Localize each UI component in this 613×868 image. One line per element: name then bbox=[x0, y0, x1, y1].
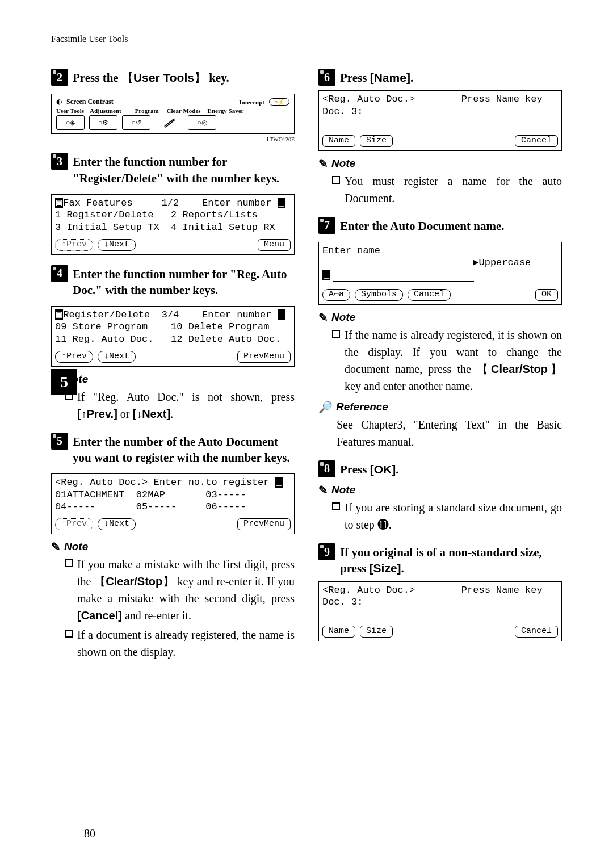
header-title: Facsimile User Tools bbox=[51, 34, 128, 44]
panel-usertools: User Tools bbox=[56, 107, 84, 114]
step-number-9: 9 bbox=[318, 543, 335, 560]
step-number-5: 5 bbox=[51, 433, 68, 450]
step-number-7: 7 bbox=[318, 217, 335, 234]
softkey-next: ↓Next bbox=[132, 408, 170, 420]
lcd7-cursor: _ bbox=[322, 270, 330, 280]
note-heading: Note bbox=[331, 157, 355, 170]
step-2: 2 Press the User Tools key. ◐ Screen Con… bbox=[51, 69, 295, 142]
note-heading: Note bbox=[331, 311, 355, 324]
cancel-softkey: Cancel bbox=[77, 609, 122, 622]
lcd4-next-button[interactable]: ↓Next bbox=[98, 351, 136, 363]
ok-softkey: OK bbox=[370, 463, 396, 476]
user-tools-key: User Tools bbox=[121, 71, 206, 84]
step-number-6: 6 bbox=[318, 69, 335, 86]
bullet-icon bbox=[65, 559, 73, 567]
note7-tail: key and enter another name. bbox=[345, 380, 473, 392]
panel-footer: LTWO120E bbox=[51, 136, 295, 142]
lcd6-l2: Doc. 3: bbox=[322, 106, 558, 118]
lcd7-symbols-button[interactable]: Symbols bbox=[355, 289, 403, 301]
lcd5-title: <Reg. Auto Doc.> Enter no.to register bbox=[55, 477, 269, 488]
step-3: 3 Enter the function number for "Registe… bbox=[51, 153, 295, 254]
panel-clearmodes: Clear Modes bbox=[167, 107, 201, 114]
clear-stop-key: Clear/Stop bbox=[94, 575, 174, 588]
lcd4-prev-button[interactable]: ↑Prev bbox=[55, 351, 93, 363]
name-softkey: Name bbox=[370, 71, 410, 84]
step-5: 5 Enter the number of the Auto Document … bbox=[51, 433, 295, 660]
step-number-4: 4 bbox=[51, 265, 68, 282]
note-heading: Note bbox=[331, 484, 355, 496]
svg-line-0 bbox=[165, 119, 174, 127]
softkey-prev: ↑Prev. bbox=[77, 408, 117, 420]
step8-a: Press bbox=[340, 463, 370, 476]
step-8: 8 Press OK. ✎Note If you are storing a s… bbox=[318, 460, 562, 533]
panel-btn-2: ○⚙ bbox=[89, 115, 117, 130]
bullet-icon bbox=[65, 392, 73, 400]
panel-adjustment: Adjustment bbox=[90, 107, 121, 114]
panel-program: Program bbox=[135, 107, 159, 114]
page-header: Facsimile User Tools bbox=[51, 34, 562, 48]
step-7: 7 Enter the Auto Document name. Enter na… bbox=[318, 217, 562, 450]
lcd7-cancel-button[interactable]: Cancel bbox=[408, 289, 451, 301]
step-number-8: 8 bbox=[318, 460, 335, 477]
lcd5-prevmenu-button[interactable]: PrevMenu bbox=[237, 518, 291, 530]
lcd5-l2: 04----- 05----- 06----- bbox=[55, 501, 291, 513]
reference-text: See Chapter3, "Entering Text" in the Bas… bbox=[337, 416, 562, 450]
step4-text: Enter the function number for "Reg. Auto… bbox=[73, 265, 295, 299]
lcd6-name-button[interactable]: Name bbox=[322, 135, 355, 147]
lcd3-l1: 1 Register/Delete 2 Reports/Lists bbox=[55, 209, 291, 221]
note-icon: ✎ bbox=[318, 157, 328, 170]
note-icon: ✎ bbox=[51, 540, 61, 553]
lcd4-prevmenu-button[interactable]: PrevMenu bbox=[237, 351, 291, 363]
note-heading: Note bbox=[64, 540, 88, 553]
lcd6-cancel-button[interactable]: Cancel bbox=[515, 135, 558, 147]
lcd7-l1: Enter name bbox=[322, 245, 558, 257]
bullet-icon bbox=[332, 502, 340, 510]
panel-btn-5: ○◎ bbox=[188, 115, 216, 130]
lcd5-next-button[interactable]: ↓Next bbox=[98, 518, 136, 530]
step5-text: Enter the number of the Auto Document yo… bbox=[73, 433, 295, 466]
panel-btn-1: ○◈ bbox=[56, 115, 85, 130]
note4-mid: or bbox=[117, 408, 133, 420]
step6-b: . bbox=[410, 71, 413, 85]
interrupt-icon: ○⚡ bbox=[269, 98, 289, 106]
page-number: 80 bbox=[84, 827, 95, 840]
step9-b: . bbox=[401, 561, 404, 575]
panel-energysaver: Energy Saver bbox=[208, 107, 244, 114]
lcd9-size-button[interactable]: Size bbox=[360, 626, 393, 638]
note4-tail: . bbox=[170, 408, 173, 420]
step-9: 9 If you original is of a non-standard s… bbox=[318, 543, 562, 641]
lcd3-menu-button[interactable]: Menu bbox=[258, 239, 291, 251]
lcd4-title: Register/Delete 3/4 Enter number bbox=[63, 309, 271, 320]
step-6: 6 Press Name. <Reg. Auto Doc.> Press Nam… bbox=[318, 69, 562, 207]
panel-btn-4 bbox=[155, 115, 183, 130]
reference-icon: 🔎 bbox=[318, 400, 333, 414]
lcd7-case-button[interactable]: A↔a bbox=[322, 289, 350, 301]
note5a-tail: and re-enter it. bbox=[122, 609, 191, 622]
chapter-tab: 5 bbox=[51, 369, 77, 395]
lcd-enter-name: Enter name ▶Uppercase _ A↔a Symbols Canc… bbox=[318, 242, 562, 305]
lcd-reg-doc3: <Reg. Auto Doc.> Press Name key Doc. 3: … bbox=[318, 90, 562, 151]
lcd7-ok-button[interactable]: OK bbox=[535, 289, 558, 301]
lcd3-l2: 3 Initial Setup TX 4 Initial Setup RX bbox=[55, 221, 291, 233]
lcd5-prev-button[interactable]: ↑Prev bbox=[55, 518, 93, 530]
lcd9-cancel-button[interactable]: Cancel bbox=[515, 626, 558, 638]
reference-heading: Reference bbox=[336, 401, 388, 413]
lcd3-prev-button[interactable]: ↑Prev bbox=[55, 239, 93, 251]
step8-b: . bbox=[396, 463, 398, 476]
lcd9-l1: <Reg. Auto Doc.> Press Name key bbox=[322, 584, 558, 596]
panel-btn-3: ○↺ bbox=[122, 115, 150, 130]
note-icon: ✎ bbox=[318, 311, 328, 324]
lcd6-size-button[interactable]: Size bbox=[360, 135, 393, 147]
lcd3-next-button[interactable]: ↓Next bbox=[98, 239, 136, 251]
bullet-icon bbox=[332, 330, 340, 338]
interrupt-label: Interrupt bbox=[239, 99, 264, 106]
note6: You must register a name for the auto Do… bbox=[345, 173, 562, 207]
lcd9-name-button[interactable]: Name bbox=[322, 626, 355, 638]
step-number-2: 2 bbox=[51, 69, 68, 86]
lcd-register-delete: ▣Register/Delete 3/4 Enter number _ 09 S… bbox=[51, 306, 295, 367]
lcd9-l2: Doc. 3: bbox=[322, 596, 558, 608]
note8: If you are storing a standard size docum… bbox=[345, 499, 562, 533]
bullet-icon bbox=[332, 176, 340, 184]
contrast-icon: ◐ bbox=[56, 98, 62, 106]
step7-text: Enter the Auto Document name. bbox=[340, 217, 505, 234]
